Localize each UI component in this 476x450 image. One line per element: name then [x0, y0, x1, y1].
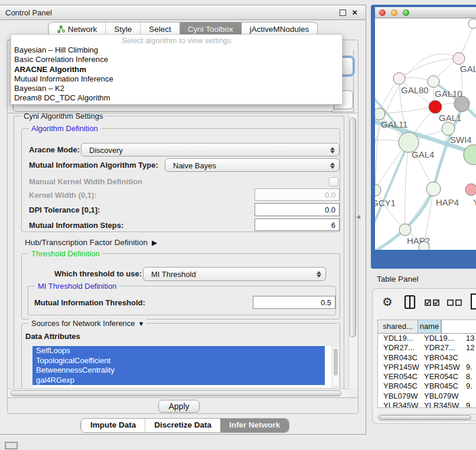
algorithm-option[interactable]: Bayesian – K2 [11, 84, 342, 93]
deselect-all-rows-icon[interactable] [447, 299, 462, 306]
attribute-list-scrollbar[interactable] [333, 347, 338, 385]
collapse-down-icon[interactable]: ▼ [138, 320, 145, 327]
table-row[interactable]: YLR345W YLR345W 9. [378, 401, 476, 408]
algorithm-option[interactable]: Basic Correlation Inference [11, 55, 342, 64]
mi-steps-input[interactable]: 6 [255, 219, 340, 231]
column-header[interactable] [441, 320, 442, 333]
aracne-mode-select[interactable]: Discovery [81, 143, 340, 156]
algorithm-option[interactable]: Dream8 DC_TDC Algorithm [11, 93, 342, 103]
column-header[interactable]: name [418, 320, 441, 333]
gear-icon[interactable]: ⚙ [382, 295, 393, 309]
table-horizontal-scrollbar[interactable] [377, 414, 476, 421]
cell-name: YDR27... [421, 343, 461, 353]
algorithm-option[interactable]: Bayesian – Hill Climbing [11, 45, 342, 55]
network-node-gal11[interactable] [375, 108, 385, 120]
group-title: MI Threshold Definition [35, 282, 119, 291]
group-title: Algorithm Definition [29, 124, 100, 133]
tab-label: Style [114, 25, 132, 34]
dpi-tolerance-label: DPI Tolerance [0,1]: [29, 203, 100, 217]
network-canvas[interactable]: GALGAL80GAL10GAL1GAL11SWI4GAL4GCY1HAP4YH… [375, 18, 476, 250]
node-table: shared...name YDL19... YDL19... 13 YDR27… [377, 319, 476, 408]
table-row[interactable]: YDL19... YDL19... 13 [378, 334, 476, 343]
collapsed-panel-icon[interactable] [5, 442, 18, 449]
settings-vertical-scrollbar[interactable] [348, 114, 357, 389]
attribute-item-selected[interactable]: TopologicalCoefficient [32, 356, 325, 366]
network-node-hap2[interactable] [399, 224, 411, 236]
table-row[interactable]: YBR043C YBR043C [378, 353, 476, 363]
titlebar-buttons: × [340, 8, 366, 17]
network-node-label: Y [473, 197, 476, 207]
table-row[interactable]: YBL079W YBL079W [378, 392, 476, 401]
algorithm-option[interactable]: Mutual Information Inference [11, 74, 342, 84]
expand-right-icon: ▶ [152, 239, 157, 247]
settings-vertical-scrollbar-thumb[interactable] [350, 118, 356, 337]
network-edge[interactable] [399, 58, 458, 79]
zoom-traffic-light-icon[interactable] [403, 9, 409, 16]
network-node-top-partial[interactable] [468, 19, 476, 28]
which-threshold-label: Which threshold to use: [54, 267, 142, 281]
network-node-gal1[interactable] [429, 100, 442, 113]
algorithm-definition-group: Algorithm Definition Aracne Mode: Discov… [21, 128, 340, 232]
table-horizontal-scrollbar-thumb[interactable] [379, 415, 471, 420]
column-header[interactable]: shared... [378, 320, 418, 333]
subtab[interactable]: Discretize Data [145, 419, 220, 432]
attribute-item-selected[interactable]: SelfLoops [32, 346, 325, 356]
cell-name: YBR043C [421, 353, 461, 363]
cell-value: 9. [461, 381, 476, 391]
attribute-list-scrollbar-thumb[interactable] [334, 348, 338, 376]
network-edge[interactable] [405, 142, 409, 230]
kernel-width-input[interactable]: 0.0 [255, 188, 340, 201]
settings-horizontal-scrollbar-thumb[interactable] [11, 390, 341, 396]
float-window-icon[interactable] [340, 9, 346, 16]
data-attributes-label: Data Attributes [25, 332, 80, 341]
network-node-gcy1[interactable] [375, 184, 381, 196]
tab-label: Network [68, 25, 97, 34]
cell-shared-name: YPR145W [378, 363, 421, 372]
mi-threshold-input[interactable]: 0.5 [253, 296, 335, 309]
network-node-hap4[interactable] [426, 182, 441, 196]
cell-value [461, 353, 476, 363]
network-node-gal-pink[interactable] [453, 53, 465, 64]
table-row[interactable]: YDR27... YDR27... 12 [378, 343, 476, 353]
minimize-traffic-light-icon[interactable] [391, 9, 397, 16]
splitpane-collapse-icon[interactable]: ◀ [356, 214, 360, 220]
network-window-titlebar[interactable] [375, 7, 476, 18]
close-traffic-light-icon[interactable] [379, 9, 386, 16]
threshold-definition-group: Threshold Definition Which threshold to … [21, 253, 340, 319]
split-columns-icon[interactable] [403, 295, 416, 310]
cyni-toolbox-subtabs: Impute DataDiscretize DataInfer Network [80, 418, 289, 433]
spinner-arrows-icon [330, 161, 335, 170]
new-table-icon[interactable] [470, 293, 476, 311]
subtab[interactable]: Impute Data [81, 419, 145, 432]
network-node-gal10[interactable] [428, 76, 439, 87]
cell-value: 13 [461, 334, 476, 343]
hub-definition-expander[interactable]: Hub/Transcription Factor Definition▶ [25, 238, 157, 247]
table-row[interactable]: YER054C YER054C 8. [378, 372, 476, 381]
cell-shared-name: YBR045C [378, 381, 421, 391]
network-node-label: GAL11 [381, 119, 408, 129]
network-node-gray-node[interactable] [454, 96, 470, 112]
table-row[interactable]: YPR145W YPR145W 9. [378, 363, 476, 372]
attribute-item-selected[interactable]: BetweennessCentrality [32, 366, 325, 376]
manual-kernel-width-checkbox[interactable] [329, 177, 338, 187]
tab-label: Select [149, 25, 171, 34]
which-threshold-select[interactable]: MI Threshold [143, 267, 326, 281]
settings-horizontal-scrollbar[interactable] [8, 389, 350, 397]
algorithm-option[interactable]: ARACNE Algorithm [11, 65, 342, 74]
cell-name: YLR345W [421, 401, 461, 408]
network-edge[interactable] [375, 114, 379, 190]
select-all-rows-icon[interactable] [425, 299, 440, 306]
close-icon[interactable]: × [352, 8, 357, 17]
table-row[interactable]: YBR045C YBR045C 9. [378, 381, 476, 391]
mi-algorithm-type-select[interactable]: Naive Bayes [165, 158, 340, 172]
network-node-bottom-partial[interactable] [419, 242, 429, 250]
network-node-gal80[interactable] [393, 73, 405, 84]
network-node-swi4[interactable] [442, 122, 455, 135]
dpi-tolerance-input[interactable]: 0.0 [255, 203, 340, 216]
network-node-big-right[interactable] [464, 145, 476, 165]
attribute-item-selected[interactable]: gal4RGexp [32, 376, 325, 386]
apply-button[interactable]: Apply [158, 400, 200, 413]
network-node-y-pink[interactable] [465, 184, 476, 195]
subtab[interactable]: Infer Network [220, 419, 289, 432]
network-view-window: GALGAL80GAL10GAL1GAL11SWI4GAL4GCY1HAP4YH… [371, 5, 476, 269]
